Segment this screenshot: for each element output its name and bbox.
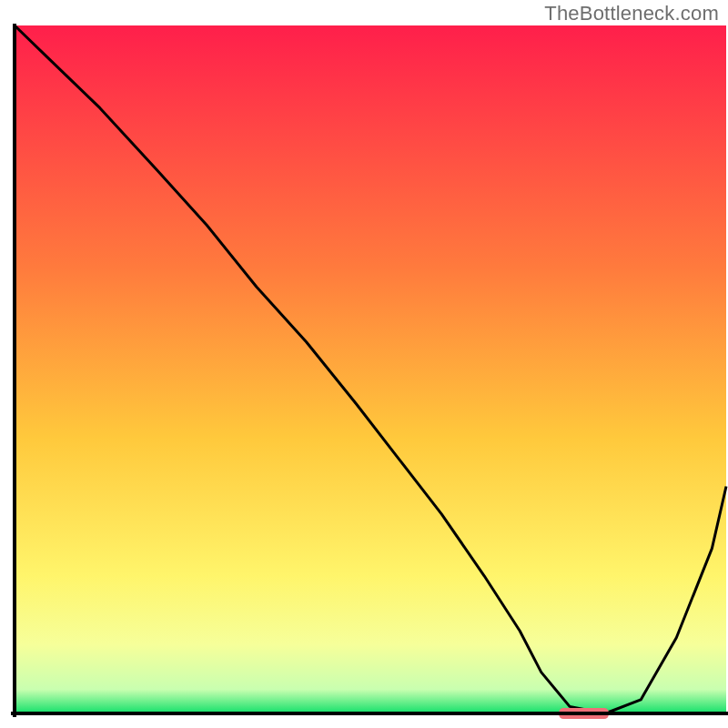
bottleneck-chart: TheBottleneck.com	[0, 0, 728, 728]
chart-svg	[0, 0, 728, 728]
plot-area	[15, 25, 726, 713]
watermark-text: TheBottleneck.com	[544, 2, 719, 25]
